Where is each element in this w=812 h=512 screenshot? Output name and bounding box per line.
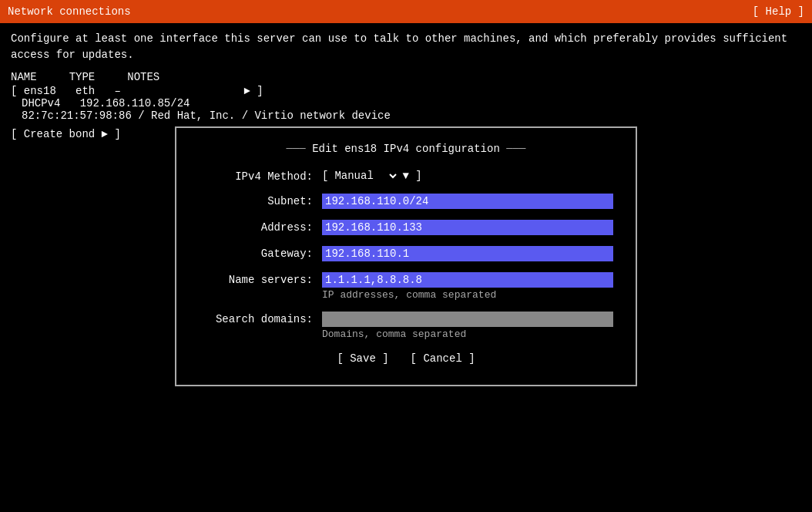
subnet-label: Subnet: [199, 194, 322, 207]
modal-border-left [176, 127, 176, 386]
name-servers-row: Name servers: IP addresses, comma separa… [199, 272, 613, 301]
name-servers-field: IP addresses, comma separated [322, 272, 613, 301]
ipv4-method-row: IPv4 Method: [ Manual DHCP Disabled ▼ ] [199, 169, 613, 183]
search-domains-hint: Domains, comma separated [322, 328, 613, 340]
address-input[interactable] [322, 220, 613, 235]
ipv4-method-select[interactable]: Manual DHCP Disabled [331, 169, 399, 183]
address-row: Address: [199, 220, 613, 235]
save-button[interactable]: [ Save ] [334, 351, 391, 366]
subnet-field [322, 194, 613, 209]
modal-border-top [176, 127, 636, 128]
name-servers-input[interactable] [322, 272, 613, 288]
ipv4-method-field: [ Manual DHCP Disabled ▼ ] [322, 169, 613, 183]
modal-border-bottom [176, 385, 636, 386]
ipv4-method-label: IPv4 Method: [199, 169, 322, 183]
gateway-input[interactable] [322, 246, 613, 261]
modal-border-right [636, 127, 636, 386]
search-domains-row: Search domains: Domains, comma separated [199, 312, 613, 340]
method-suffix: ▼ ] [402, 170, 421, 182]
name-servers-hint: IP addresses, comma separated [322, 289, 613, 301]
gateway-label: Gateway: [199, 246, 322, 260]
cancel-button[interactable]: [ Cancel ] [408, 351, 478, 366]
address-label: Address: [199, 220, 322, 234]
address-field [322, 220, 613, 235]
modal-buttons: [ Save ] [ Cancel ] [199, 351, 613, 366]
name-servers-label: Name servers: [199, 272, 322, 286]
gateway-field [322, 246, 613, 261]
method-prefix: [ [322, 170, 328, 182]
subnet-row: Subnet: [199, 194, 613, 209]
modal-dialog: Edit ens18 IPv4 configuration IPv4 Metho… [175, 126, 637, 386]
modal-backdrop: Edit ens18 IPv4 configuration IPv4 Metho… [0, 0, 812, 512]
subnet-input[interactable] [322, 194, 613, 209]
search-domains-label: Search domains: [199, 312, 322, 325]
search-domains-input[interactable] [322, 312, 613, 327]
modal-title: Edit ens18 IPv4 configuration [199, 143, 613, 155]
gateway-row: Gateway: [199, 246, 613, 261]
search-domains-field: Domains, comma separated [322, 312, 613, 340]
